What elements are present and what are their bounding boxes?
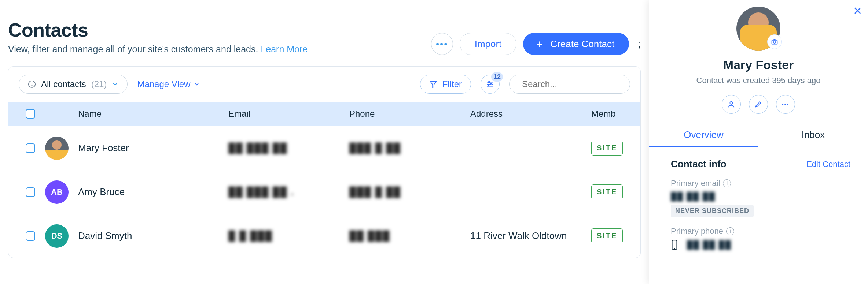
column-member: Memb: [591, 109, 629, 119]
primary-email-label: Primary email i: [671, 179, 850, 188]
svg-point-13: [773, 41, 776, 44]
sliders-badge: 12: [491, 72, 503, 82]
never-subscribed-badge: NEVER SUBSCRIBED: [671, 205, 754, 217]
tab-inbox[interactable]: Inbox: [758, 124, 868, 147]
filter-button[interactable]: Filter: [420, 75, 471, 94]
sliders-icon: [486, 80, 494, 88]
filter-label: Filter: [442, 79, 462, 89]
manage-view-label: Manage View: [137, 79, 190, 89]
table-header: Name Email Phone Address Memb: [8, 102, 640, 126]
row-checkbox[interactable]: [26, 231, 35, 241]
ellipsis-icon: •••: [782, 102, 789, 107]
row-name: Amy Bruce: [78, 186, 225, 198]
tab-overview[interactable]: Overview: [649, 124, 758, 147]
row-phone: ██ ███: [349, 230, 390, 241]
funnel-icon: [429, 80, 437, 88]
row-email: ██ ███ ██ .: [228, 186, 294, 197]
table-row[interactable]: DSDavid Smyth█ █ █████ ███11 River Walk …: [8, 214, 640, 258]
member-badge: SITE: [591, 141, 623, 156]
view-chip-count: (21): [91, 79, 107, 89]
chevron-down-icon: [194, 81, 200, 87]
row-name: Mary Foster: [78, 142, 225, 154]
search-box[interactable]: [509, 75, 630, 94]
panel-contact-name: Mary Foster: [723, 58, 794, 72]
panel-more-button[interactable]: •••: [776, 95, 795, 114]
trailing-char: ;: [638, 38, 641, 50]
svg-point-14: [730, 102, 732, 104]
panel-contact-subtitle: Contact was created 395 days ago: [696, 76, 821, 85]
member-badge: SITE: [591, 228, 623, 243]
svg-point-2: [32, 86, 32, 86]
create-contact-button[interactable]: ＋ Create Contact: [523, 33, 629, 55]
svg-point-7: [490, 83, 492, 85]
ellipsis-icon: •••: [436, 38, 448, 50]
column-phone: Phone: [349, 109, 467, 119]
page-subtitle-text: View, filter and manage all of your site…: [8, 44, 261, 54]
row-name: David Smyth: [78, 230, 225, 242]
info-icon[interactable]: i: [726, 227, 734, 235]
mobile-icon: [671, 240, 678, 250]
close-panel-button[interactable]: ✕: [853, 4, 862, 17]
row-checkbox[interactable]: [26, 187, 35, 197]
more-actions-button[interactable]: •••: [431, 33, 453, 55]
manage-view-link[interactable]: Manage View: [137, 79, 200, 89]
plus-icon: ＋: [534, 38, 545, 49]
row-phone: ███ █ ██: [349, 142, 401, 153]
avatar: AB: [45, 180, 69, 204]
svg-point-9: [488, 86, 489, 87]
row-address: 11 River Walk Oldtown: [470, 230, 588, 242]
column-email: Email: [228, 109, 346, 119]
person-icon: [727, 100, 735, 108]
alert-circle-icon: [28, 80, 36, 88]
table-toolbar: All contacts (21) Manage View Filter: [8, 67, 640, 102]
row-email: ██ ███ ██: [228, 142, 287, 153]
svg-point-5: [488, 82, 490, 83]
row-phone: ███ █ ██: [349, 186, 401, 197]
view-chip-label: All contacts: [41, 79, 86, 89]
section-title-contact-info: Contact info: [671, 158, 727, 170]
edit-contact-link[interactable]: Edit Contact: [806, 160, 850, 169]
column-settings-button[interactable]: 12: [481, 75, 500, 94]
column-name: Name: [78, 109, 225, 119]
primary-email-value: ██ ██ ██: [671, 192, 850, 201]
contact-detail-panel: ✕ Mary Foster Contact was created 395 da…: [649, 0, 868, 284]
pencil-icon: [754, 100, 762, 108]
row-email: █ █ ███: [228, 230, 273, 241]
select-all-checkbox[interactable]: [26, 109, 35, 119]
avatar: [45, 137, 69, 160]
panel-profile-button[interactable]: [722, 95, 741, 114]
avatar: DS: [45, 224, 69, 248]
svg-marker-3: [430, 82, 436, 88]
column-address: Address: [470, 109, 588, 119]
chevron-down-icon: [112, 81, 118, 87]
row-checkbox[interactable]: [26, 143, 35, 153]
table-row[interactable]: Mary Foster██ ███ █████ █ ██SITE: [8, 126, 640, 170]
change-photo-button[interactable]: [767, 34, 782, 49]
view-chip[interactable]: All contacts (21): [19, 75, 128, 94]
member-badge: SITE: [591, 184, 623, 199]
create-contact-label: Create Contact: [550, 38, 614, 50]
primary-phone-label: Primary phone i: [671, 227, 850, 236]
table-row[interactable]: ABAmy Bruce██ ███ ██ .███ █ ██SITE: [8, 170, 640, 214]
panel-edit-button[interactable]: [749, 95, 768, 114]
import-button[interactable]: Import: [460, 33, 517, 55]
info-icon[interactable]: i: [723, 179, 731, 187]
learn-more-link[interactable]: Learn More: [261, 44, 308, 54]
camera-icon: [771, 38, 778, 45]
search-input[interactable]: [522, 79, 632, 89]
primary-phone-value: ██ ██ ██: [687, 240, 732, 250]
